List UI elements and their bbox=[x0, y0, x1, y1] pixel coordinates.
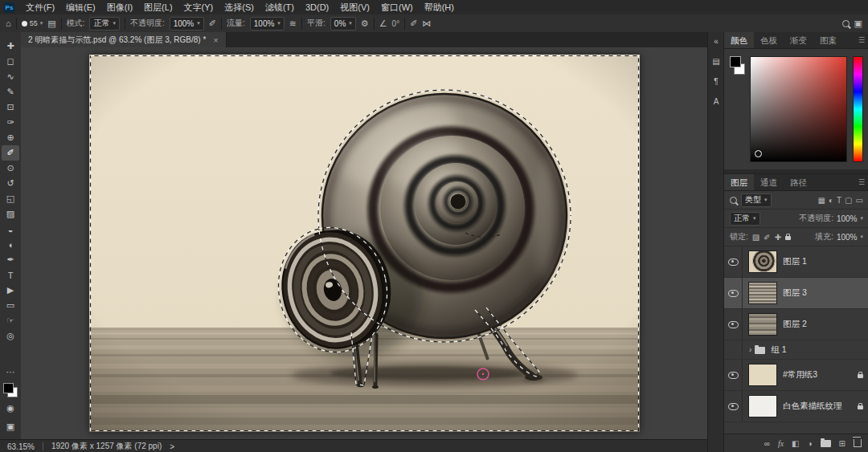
symmetry-icon[interactable]: ⋈ bbox=[422, 19, 431, 28]
menu-select[interactable]: 选择(S) bbox=[219, 0, 260, 14]
pressure-size-icon[interactable]: ✐ bbox=[410, 19, 417, 28]
eyedropper-tool[interactable]: ✑ bbox=[2, 115, 19, 130]
new-group-icon[interactable] bbox=[821, 440, 831, 447]
layer-filter-select[interactable]: 类型 ▾ bbox=[741, 193, 772, 207]
marquee-tool[interactable]: ◻ bbox=[2, 54, 19, 69]
hue-slider[interactable] bbox=[853, 56, 863, 162]
expand-panels-icon[interactable]: « bbox=[714, 37, 719, 46]
layer-group-row[interactable]: › 组 1 bbox=[724, 340, 868, 360]
hand-tool[interactable]: ☞ bbox=[2, 313, 19, 328]
filter-pixel-icon[interactable]: ▦ bbox=[817, 196, 825, 205]
properties-panel-icon[interactable]: ▤ bbox=[712, 57, 719, 66]
visibility-toggle[interactable] bbox=[724, 278, 743, 308]
layer-row[interactable]: 图层 2 bbox=[724, 309, 868, 340]
tab-patterns[interactable]: 图案 bbox=[813, 32, 843, 48]
color-cursor[interactable] bbox=[755, 150, 762, 157]
move-tool[interactable]: ✚ bbox=[2, 39, 19, 54]
link-layers-icon[interactable]: ∞ bbox=[764, 439, 770, 448]
pen-tool[interactable]: ✒ bbox=[2, 252, 19, 267]
gradient-tool[interactable]: ▨ bbox=[2, 206, 19, 222]
menu-help[interactable]: 帮助(H) bbox=[419, 0, 460, 14]
opacity-select[interactable]: 100% ▾ bbox=[170, 17, 204, 31]
flow-select[interactable]: 100% ▾ bbox=[250, 17, 285, 31]
panel-menu-icon[interactable]: ☰ bbox=[858, 178, 865, 186]
color-swatches[interactable] bbox=[3, 383, 18, 397]
menu-window[interactable]: 窗口(W) bbox=[375, 0, 419, 14]
adjustment-layer-icon[interactable]: ◑ bbox=[808, 439, 813, 448]
screen-mode-icon[interactable]: ▣ bbox=[2, 419, 19, 434]
lock-all-icon[interactable] bbox=[785, 236, 791, 240]
workspace-icon[interactable]: ▣ bbox=[854, 19, 862, 28]
delete-layer-icon[interactable] bbox=[854, 439, 862, 447]
visibility-toggle[interactable] bbox=[724, 360, 743, 390]
dodge-tool[interactable]: ◖ bbox=[2, 237, 19, 252]
pressure-opacity-icon[interactable]: ✐ bbox=[209, 19, 216, 28]
lock-position-icon[interactable]: ✚ bbox=[775, 233, 781, 242]
blend-mode-select[interactable]: 正常 ▾ bbox=[89, 17, 120, 31]
lasso-tool[interactable]: ∿ bbox=[2, 69, 19, 84]
tab-layers[interactable]: 图层 bbox=[724, 174, 754, 190]
clone-stamp-tool[interactable]: ⊙ bbox=[2, 161, 19, 176]
visibility-toggle[interactable] bbox=[724, 340, 743, 359]
foreground-color-swatch[interactable] bbox=[730, 56, 741, 67]
eraser-tool[interactable]: ◱ bbox=[2, 191, 19, 206]
path-selection-tool[interactable]: ▶ bbox=[2, 283, 19, 298]
gear-icon[interactable]: ⚙ bbox=[361, 19, 369, 28]
search-icon[interactable] bbox=[842, 20, 850, 27]
brush-tool[interactable]: ✐ bbox=[2, 145, 19, 161]
shape-tool[interactable]: ▭ bbox=[2, 298, 19, 313]
paragraph-panel-icon[interactable]: ¶ bbox=[714, 77, 718, 86]
saturation-square[interactable] bbox=[750, 56, 847, 162]
layer-blend-mode-select[interactable]: 正常 ▾ bbox=[730, 212, 760, 226]
visibility-toggle[interactable] bbox=[724, 309, 743, 340]
panel-menu-icon[interactable]: ☰ bbox=[858, 36, 865, 44]
status-chevron-icon[interactable]: > bbox=[170, 442, 174, 451]
menu-type[interactable]: 文字(Y) bbox=[178, 0, 219, 14]
menu-filter[interactable]: 滤镜(T) bbox=[260, 0, 300, 14]
layer-row[interactable]: 图层 1 bbox=[724, 246, 868, 278]
foreground-color-swatch[interactable] bbox=[3, 383, 14, 393]
layer-effects-icon[interactable]: fx bbox=[778, 439, 784, 448]
filter-smart-object-icon[interactable]: ▭ bbox=[856, 196, 863, 205]
menu-file[interactable]: 文件(F) bbox=[20, 0, 60, 14]
chevron-right-icon[interactable]: › bbox=[749, 345, 751, 354]
layer-mask-icon[interactable]: ◧ bbox=[792, 439, 799, 448]
character-panel-icon[interactable]: A bbox=[714, 97, 719, 106]
quick-mask-icon[interactable]: ◉ bbox=[2, 401, 19, 416]
layer-thumbnail[interactable] bbox=[748, 313, 777, 336]
lock-transparency-icon[interactable]: ▨ bbox=[752, 233, 760, 242]
crop-tool[interactable]: ⊡ bbox=[2, 100, 19, 115]
visibility-toggle[interactable] bbox=[724, 391, 743, 421]
brush-angle-icon[interactable]: ∠ bbox=[379, 19, 387, 28]
visibility-toggle[interactable] bbox=[724, 246, 743, 277]
brush-preset-picker[interactable]: 55 ▾ bbox=[22, 19, 43, 27]
tab-color[interactable]: 颜色 bbox=[724, 32, 754, 48]
layer-thumbnail[interactable] bbox=[748, 395, 777, 417]
document-tab[interactable]: 2 明暗素描与示范.psd @ 63.2% (图层 3, RGB/8) * × bbox=[21, 32, 227, 47]
layer-thumbnail[interactable] bbox=[748, 364, 777, 386]
smoothing-select[interactable]: 0% ▾ bbox=[330, 17, 356, 31]
home-icon[interactable]: ⌂ bbox=[6, 19, 11, 28]
layer-thumbnail[interactable] bbox=[748, 250, 777, 273]
filter-adjustment-icon[interactable]: ◐ bbox=[829, 196, 833, 205]
menu-edit[interactable]: 编辑(E) bbox=[60, 0, 101, 14]
layer-row[interactable]: #常用纸3 bbox=[724, 360, 868, 391]
fill-value[interactable]: 100% bbox=[837, 233, 858, 242]
zoom-level[interactable]: 63.15% bbox=[7, 442, 35, 451]
tab-paths[interactable]: 路径 bbox=[784, 174, 813, 190]
type-tool[interactable]: T bbox=[2, 267, 19, 283]
lock-pixels-icon[interactable]: ✐ bbox=[764, 233, 770, 242]
healing-brush-tool[interactable]: ⊕ bbox=[2, 130, 19, 145]
filter-shape-icon[interactable]: ▢ bbox=[845, 196, 852, 205]
layer-row[interactable]: 白色素描纸纹理 bbox=[724, 391, 868, 422]
menu-image[interactable]: 图像(I) bbox=[101, 0, 138, 14]
layer-opacity-value[interactable]: 100% bbox=[837, 214, 858, 223]
menu-view[interactable]: 视图(V) bbox=[334, 0, 375, 14]
menu-3d[interactable]: 3D(D) bbox=[300, 0, 334, 14]
edit-toolbar-icon[interactable]: ⋯ bbox=[2, 364, 19, 380]
history-brush-tool[interactable]: ↺ bbox=[2, 176, 19, 191]
tab-channels[interactable]: 通道 bbox=[754, 174, 784, 190]
tab-swatches[interactable]: 色板 bbox=[754, 32, 784, 48]
zoom-tool[interactable]: ◎ bbox=[2, 328, 19, 344]
layer-thumbnail[interactable] bbox=[748, 282, 777, 304]
